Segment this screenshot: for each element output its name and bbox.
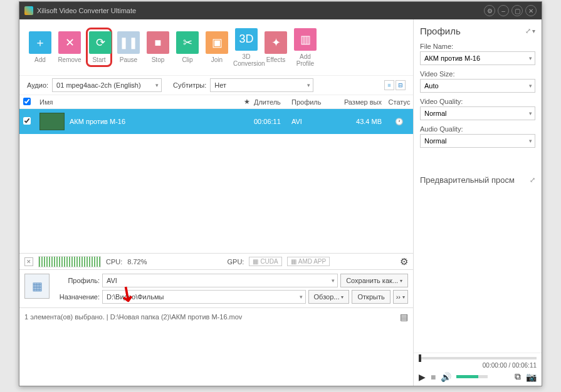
save-as-button[interactable]: Сохранить как... xyxy=(340,274,408,287)
main-area: ＋Add ✕Remove ⟳Start ❚❚Pause ■Stop ✂Clip … xyxy=(19,19,413,386)
gear-icon[interactable]: ⚙ xyxy=(400,256,408,267)
audioquality-label: Audio Quality: xyxy=(414,123,542,134)
col-star[interactable]: ★ xyxy=(240,98,254,106)
col-name[interactable]: Имя xyxy=(37,98,240,106)
pause-icon: ❚❚ xyxy=(117,31,140,54)
clock-icon: 🕐 xyxy=(395,118,404,125)
col-profile[interactable]: Профиль xyxy=(291,98,342,106)
cpu-value: 8.72% xyxy=(127,258,147,266)
preview-area xyxy=(414,188,542,353)
preview-popout-icon[interactable]: ⤢ xyxy=(530,176,535,184)
toolbar: ＋Add ✕Remove ⟳Start ❚❚Pause ■Stop ✂Clip … xyxy=(19,19,413,76)
app-window: Xilisoft Video Converter Ultimate ⚙ – ▢ … xyxy=(19,1,542,386)
destination-label: Назначение: xyxy=(55,293,100,301)
app-title: Xilisoft Video Converter Ultimate xyxy=(37,7,136,14)
profile-label: Профиль: xyxy=(55,277,100,284)
col-size[interactable]: Размер вых xyxy=(342,98,385,106)
snapshot-range-icon[interactable]: ⧉ xyxy=(515,371,521,382)
add-profile-button[interactable]: ▥Add Profile xyxy=(292,28,318,67)
detail-view-icon[interactable]: ⊟ xyxy=(396,80,406,90)
videosize-select[interactable]: Auto xyxy=(420,79,535,93)
file-name: АКМ против М-16 xyxy=(70,118,125,125)
star-icon: ✦ xyxy=(265,31,287,54)
browse-button[interactable]: Обзор... xyxy=(308,290,350,304)
file-profile: AVI xyxy=(291,118,342,125)
status-bar: 1 элемента(ов) выбрано. | D:\Новая папка… xyxy=(19,307,413,325)
cpu-label: CPU: xyxy=(106,258,122,266)
snapshot-icon[interactable]: 📷 xyxy=(526,372,537,382)
remove-button[interactable]: ✕Remove xyxy=(56,31,83,63)
col-duration[interactable]: Длитель xyxy=(254,98,291,106)
select-all-checkbox[interactable] xyxy=(23,98,31,105)
right-panel: Профиль ⤢ File Name: АКМ против М-16 Vid… xyxy=(413,19,542,386)
col-status[interactable]: Статус xyxy=(385,98,413,106)
more-actions-button[interactable]: ›› xyxy=(393,290,408,304)
options-row: Аудио: 01 mpeg4aac-2ch (English) Субтитр… xyxy=(19,76,413,95)
status-text: 1 элемента(ов) выбрано. | D:\Новая папка… xyxy=(24,313,242,321)
maximize-button[interactable]: ▢ xyxy=(511,5,523,16)
preview-header[interactable]: Предварительный просм ⤢ xyxy=(414,169,542,188)
join-icon: ▣ xyxy=(206,31,228,54)
performance-bar: ✕ CPU: 8.72% GPU: ▦ CUDA ▦ AMD APP ⚙ xyxy=(19,253,413,269)
titlebar: Xilisoft Video Converter Ultimate ⚙ – ▢ … xyxy=(19,2,542,19)
destination-select[interactable]: D:\Видео\Фильмы xyxy=(102,290,306,304)
filename-field[interactable]: АКМ против М-16 xyxy=(420,51,535,65)
minimize-button[interactable]: – xyxy=(498,5,509,16)
file-size: 43.4 MB xyxy=(342,118,385,125)
subtitles-select[interactable]: Нет xyxy=(210,78,313,92)
file-row[interactable]: АКМ против М-16 00:06:11 AVI 43.4 MB 🕐 xyxy=(19,109,413,134)
row-checkbox[interactable] xyxy=(23,117,31,125)
start-button[interactable]: ⟳Start xyxy=(86,28,112,67)
list-header: Имя ★ Длитель Профиль Размер вых Статус xyxy=(19,95,413,109)
seek-slider[interactable] xyxy=(419,357,537,359)
volume-icon[interactable]: 🔊 xyxy=(441,372,451,382)
profile-select[interactable]: AVI xyxy=(102,274,338,287)
format-icon[interactable]: ▦ xyxy=(24,274,50,299)
cuda-chip[interactable]: ▦ CUDA xyxy=(249,257,281,266)
seek-knob[interactable] xyxy=(419,354,421,362)
3d-icon: 3D xyxy=(235,28,258,51)
amd-chip[interactable]: ▦ AMD APP xyxy=(287,257,330,266)
gpu-label: GPU: xyxy=(227,258,244,266)
cpu-graph xyxy=(38,256,101,267)
filename-label: File Name: xyxy=(414,40,542,51)
close-button[interactable]: ✕ xyxy=(525,5,537,16)
destination-block: ▦ Профиль: AVI Сохранить как... Назначен… xyxy=(19,269,413,307)
videoquality-select[interactable]: Normal xyxy=(420,106,535,120)
effects-button[interactable]: ✦Effects xyxy=(263,31,289,63)
add-profile-icon: ▥ xyxy=(294,28,317,51)
play-button[interactable]: ▶ xyxy=(419,372,426,382)
perf-close-button[interactable]: ✕ xyxy=(24,257,33,266)
x-icon: ✕ xyxy=(58,31,81,54)
stop-button[interactable]: ■Stop xyxy=(145,31,171,63)
videosize-label: Video Size: xyxy=(414,68,542,79)
audio-label: Аудио: xyxy=(27,81,48,89)
popout-icon[interactable]: ⤢ xyxy=(525,27,531,35)
audio-select[interactable]: 01 mpeg4aac-2ch (English) xyxy=(52,78,162,92)
videoquality-label: Video Quality: xyxy=(414,95,542,106)
clip-button[interactable]: ✂Clip xyxy=(174,31,201,63)
join-button[interactable]: ▣Join xyxy=(204,31,230,63)
scissors-icon: ✂ xyxy=(176,31,199,54)
stop-playback-button[interactable]: ■ xyxy=(431,372,436,382)
list-view-icon[interactable]: ≡ xyxy=(384,80,394,90)
refresh-icon: ⟳ xyxy=(89,31,112,54)
time-display: 00:00:00 / 00:06:11 xyxy=(419,362,537,369)
add-button[interactable]: ＋Add xyxy=(27,31,53,63)
settings-button[interactable]: ⚙ xyxy=(484,5,495,16)
audioquality-select[interactable]: Normal xyxy=(420,134,535,148)
stop-icon: ■ xyxy=(147,31,169,54)
thumbnail xyxy=(39,113,65,130)
app-icon xyxy=(24,6,33,15)
open-button[interactable]: Открыть xyxy=(352,290,390,304)
file-list: АКМ против М-16 00:06:11 AVI 43.4 MB 🕐 xyxy=(19,109,413,253)
player-controls: 00:00:00 / 00:06:11 ▶ ■ 🔊 ⧉ 📷 xyxy=(414,353,542,386)
subtitles-label: Субтитры: xyxy=(173,81,206,89)
pause-button[interactable]: ❚❚Pause xyxy=(115,31,142,63)
3d-button[interactable]: 3D3D Conversion xyxy=(233,28,260,67)
profile-panel-header[interactable]: Профиль ⤢ xyxy=(414,19,542,40)
view-toggle[interactable]: ≡⊟ xyxy=(384,80,406,90)
copy-icon[interactable]: ▤ xyxy=(400,312,408,322)
volume-slider[interactable] xyxy=(456,375,488,378)
plus-icon: ＋ xyxy=(29,31,51,54)
